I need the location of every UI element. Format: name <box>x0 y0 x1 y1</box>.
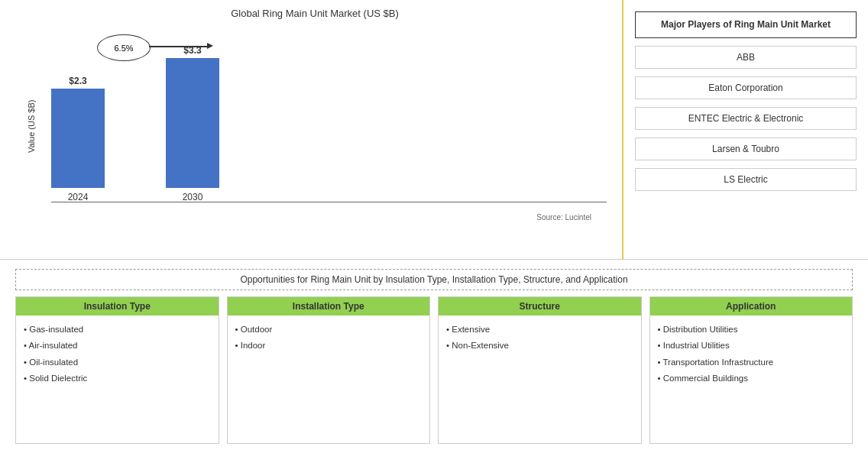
insulation-header: Insulation Type <box>16 297 219 315</box>
main-container: Global Ring Main Unit Market (US $B) Val… <box>0 0 868 453</box>
application-item-2: Industrial Utilities <box>658 338 845 354</box>
installation-item-2: Indoor <box>235 338 423 354</box>
category-installation: Installation Type Outdoor Indoor <box>227 296 431 444</box>
application-item-1: Distribution Utilities <box>658 322 845 338</box>
chart-title: Global Ring Main Unit Market (US $B) <box>23 8 607 19</box>
installation-items: Outdoor Indoor <box>228 315 430 443</box>
bar-2024 <box>51 89 105 188</box>
application-item-3: Transportation Infrastructure <box>658 354 845 370</box>
player-ls: LS Electric <box>635 168 857 191</box>
insulation-item-2: Air-insulated <box>24 338 211 354</box>
x-axis-line <box>51 202 607 202</box>
application-items: Distribution Utilities Industrial Utilit… <box>650 315 853 443</box>
panel-title: Major Players of Ring Main Unit Market <box>635 11 857 38</box>
bar-2030 <box>166 58 219 188</box>
player-abb: ABB <box>635 46 857 69</box>
bar-value-2030: $3.3 <box>183 45 201 56</box>
player-eaton: Eaton Corporation <box>635 76 857 99</box>
opportunities-title: Opportunities for Ring Main Unit by Insu… <box>15 269 853 290</box>
right-panel: Major Players of Ring Main Unit Market A… <box>623 0 868 259</box>
insulation-items: Gas-insulated Air-insulated Oil-insulate… <box>16 315 219 443</box>
categories-row: Insulation Type Gas-insulated Air-insula… <box>15 296 853 444</box>
y-axis-label: Value (US $B) <box>23 27 36 225</box>
installation-item-1: Outdoor <box>235 322 423 338</box>
application-header: Application <box>650 297 853 315</box>
bar-group-2030: $3.3 2030 <box>166 45 219 202</box>
structure-items: Extensive Non-Extensive <box>439 315 641 443</box>
insulation-item-4: Solid Dielectric <box>24 370 211 387</box>
structure-item-1: Extensive <box>446 322 633 338</box>
top-section: Global Ring Main Unit Market (US $B) Val… <box>0 0 868 260</box>
source-text: Source: Lucintel <box>536 213 591 222</box>
structure-header: Structure <box>439 297 641 315</box>
chart-wrapper: Value (US $B) 6.5% <box>23 27 607 225</box>
player-entec: ENTEC Electric & Electronic <box>635 107 857 130</box>
application-item-4: Commercial Buildings <box>658 370 845 387</box>
chart-content: 6.5% $2.3 2024 <box>36 27 607 225</box>
structure-item-2: Non-Extensive <box>446 338 633 354</box>
bars-container: 6.5% $2.3 2024 <box>36 27 607 225</box>
category-structure: Structure Extensive Non-Extensive <box>438 296 642 444</box>
bar-group-2024: $2.3 2024 <box>51 76 105 202</box>
bar-value-2024: $2.3 <box>69 76 86 86</box>
bar-label-2030: 2030 <box>183 192 203 202</box>
insulation-item-1: Gas-insulated <box>24 322 211 338</box>
chart-area: Global Ring Main Unit Market (US $B) Val… <box>0 0 623 259</box>
category-insulation: Insulation Type Gas-insulated Air-insula… <box>15 296 219 444</box>
cagr-ellipse: 6.5% <box>97 34 151 61</box>
bar-label-2024: 2024 <box>68 192 89 202</box>
installation-header: Installation Type <box>228 297 430 315</box>
bottom-section: Opportunities for Ring Main Unit by Insu… <box>0 260 868 453</box>
insulation-item-3: Oil-insulated <box>24 354 211 370</box>
category-application: Application Distribution Utilities Indus… <box>649 296 853 444</box>
player-larsen: Larsen & Toubro <box>635 138 857 160</box>
cagr-value: 6.5% <box>114 44 133 53</box>
